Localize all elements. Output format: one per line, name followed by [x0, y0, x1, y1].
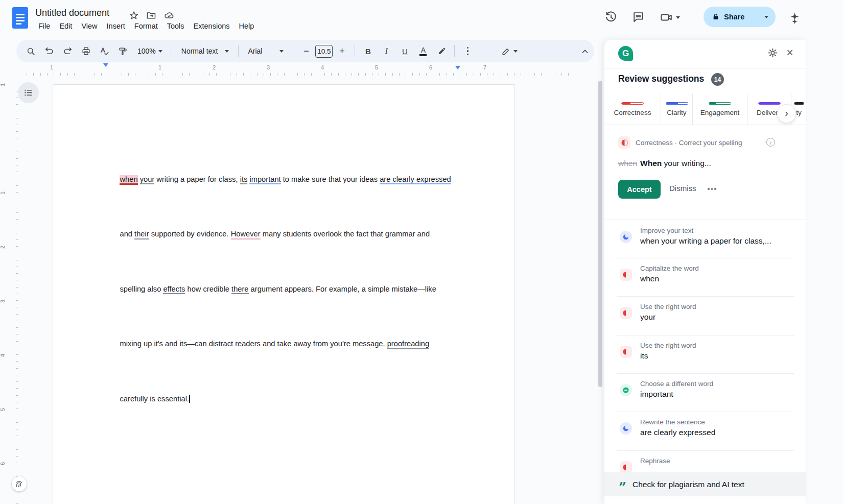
grammarly-panel: G × Review suggestions 14 Correctness Cl…	[604, 40, 806, 504]
grammar-error-word[interactable]: there	[231, 285, 248, 295]
menu-extensions[interactable]: Extensions	[189, 21, 235, 31]
grammar-error-word[interactable]: its	[240, 175, 248, 185]
comments-icon[interactable]	[632, 11, 645, 24]
menu-insert[interactable]: Insert	[102, 21, 130, 31]
docs-logo-icon[interactable]	[12, 7, 28, 29]
list-item[interactable]: Rewrite the sentence are clearly express…	[604, 412, 806, 451]
share-dropdown[interactable]	[757, 16, 776, 18]
tab-engagement[interactable]: Engagement	[693, 93, 747, 125]
rewrite-icon	[620, 422, 632, 435]
list-item[interactable]: Improve your text when your writing a pa…	[604, 221, 806, 258]
suggestion-category: Correctness · Correct your spelling	[636, 139, 742, 147]
font-size-input[interactable]: 10.5	[315, 45, 333, 58]
grammar-error-word[interactable]: However	[231, 230, 261, 239]
close-panel-icon[interactable]: ×	[784, 45, 796, 60]
font-family-select[interactable]: Arial	[244, 43, 288, 59]
decrease-font-size-button[interactable]: −	[298, 43, 314, 59]
spell-check-icon[interactable]	[97, 43, 112, 59]
italic-button[interactable]: I	[379, 43, 394, 59]
google-side-panel-strip: 31 +	[807, 0, 843, 504]
list-item[interactable]: Use the right word its	[604, 335, 806, 374]
left-indent-marker[interactable]	[103, 67, 109, 76]
suggestion-card-header: Correctness · Correct your spelling	[618, 136, 742, 149]
delivery-progress-bar	[758, 102, 781, 105]
video-call-button[interactable]	[660, 11, 680, 24]
engagement-progress-bar	[709, 102, 731, 105]
paragraph-style-select[interactable]: Normal text	[177, 43, 233, 59]
video-camera-icon	[660, 11, 673, 24]
fingerprint-icon[interactable]	[12, 476, 27, 491]
doc-line: carefully is essential.	[107, 382, 451, 416]
tab-correctness[interactable]: Correctness	[604, 93, 661, 125]
plagiarism-check-button[interactable]: ” Check for plagiarism and AI text	[604, 472, 806, 496]
tab-clarity[interactable]: Clarity	[661, 93, 693, 125]
more-toolbar-options-icon[interactable]	[460, 43, 475, 59]
correctness-shield-icon	[620, 461, 632, 473]
quotes-icon: ”	[619, 485, 626, 490]
underline-button[interactable]: U	[397, 43, 412, 59]
info-icon[interactable]: i	[766, 138, 775, 147]
grammar-error-word[interactable]: their	[134, 230, 149, 239]
panel-title: Review suggestions	[618, 74, 704, 84]
toolbar: 100% Normal text Arial − 10.5 + B I U A	[16, 40, 594, 62]
tabs-scroll-right-button[interactable]: ›	[777, 104, 796, 123]
version-history-icon[interactable]	[604, 11, 618, 24]
clarity-progress-bar	[666, 102, 688, 105]
clarity-suggestion-word[interactable]: important	[249, 175, 280, 185]
suggestion-preview: whenWhen your writing...	[618, 159, 711, 168]
menu-file[interactable]: File	[34, 21, 55, 31]
star-icon[interactable]	[129, 10, 139, 20]
document-title[interactable]: Untitled document	[35, 8, 109, 18]
more-options-icon[interactable]	[708, 188, 716, 190]
search-menus-icon[interactable]	[23, 43, 38, 59]
editing-mode-select[interactable]	[501, 43, 518, 59]
redo-icon[interactable]	[60, 43, 75, 59]
suggestion-count-badge: 14	[711, 73, 724, 86]
share-button[interactable]: Share	[704, 7, 776, 27]
document-text: when your writing a paper for class, its…	[107, 141, 451, 438]
zoom-select[interactable]: 100%	[133, 43, 167, 59]
correctness-shield-icon	[620, 346, 632, 358]
list-item[interactable]: Use the right word your	[604, 297, 806, 335]
move-folder-icon[interactable]	[146, 10, 156, 20]
list-item[interactable]: Choose a different word important	[604, 374, 806, 412]
highlight-color-icon[interactable]	[434, 43, 449, 59]
hide-menus-chevron-icon[interactable]	[580, 47, 590, 56]
cloud-status-icon[interactable]	[163, 10, 175, 20]
doc-line: and their supported by evidence. However…	[107, 218, 451, 251]
gemini-sparkle-icon[interactable]	[788, 11, 801, 24]
menu-tools[interactable]: Tools	[162, 21, 189, 31]
menu-format[interactable]: Format	[130, 21, 162, 31]
print-icon[interactable]	[78, 43, 93, 59]
menu-view[interactable]: View	[77, 21, 102, 31]
list-item[interactable]: Capitalize the word when	[604, 258, 806, 297]
pencil-icon	[501, 46, 511, 56]
accept-button[interactable]: Accept	[618, 180, 661, 199]
grammar-error-word[interactable]: effects	[163, 285, 185, 295]
doc-line: mixing up it's and its—can distract read…	[107, 328, 451, 361]
google-docs-window: Untitled document File Edit View Insert …	[0, 0, 843, 504]
undo-icon[interactable]	[41, 43, 57, 59]
settings-gear-icon[interactable]	[767, 47, 779, 59]
bold-button[interactable]: B	[360, 43, 376, 59]
vertical-ruler: 1 1 2 3 4 5 6	[0, 78, 20, 504]
replacement-word: When	[640, 159, 662, 167]
menu-edit[interactable]: Edit	[55, 21, 77, 31]
correctness-progress-bar	[621, 102, 644, 105]
menu-help[interactable]: Help	[235, 21, 259, 31]
text-cursor	[189, 395, 190, 403]
right-indent-marker[interactable]	[455, 69, 461, 79]
increase-font-size-button[interactable]: +	[334, 43, 349, 59]
paint-format-icon[interactable]	[115, 43, 130, 59]
clarity-suggestion-phrase[interactable]: are clearly expressed	[380, 175, 451, 185]
document-scrollbar[interactable]	[598, 81, 602, 387]
suggestion-tabs: Correctness Clarity Engagement Delivery …	[604, 93, 806, 125]
correctness-shield-icon	[620, 307, 632, 319]
grammar-error-word[interactable]: when	[120, 175, 137, 185]
grammar-error-word[interactable]: proofreading	[387, 340, 429, 349]
dismiss-button[interactable]: Dismiss	[669, 184, 696, 193]
text-color-button[interactable]: A	[415, 43, 431, 59]
document-tabs-button[interactable]	[18, 82, 39, 103]
grammar-error-word[interactable]: your	[140, 175, 155, 185]
horizontal-ruler: 1 1 2 3 4 5 6 7	[20, 64, 577, 77]
